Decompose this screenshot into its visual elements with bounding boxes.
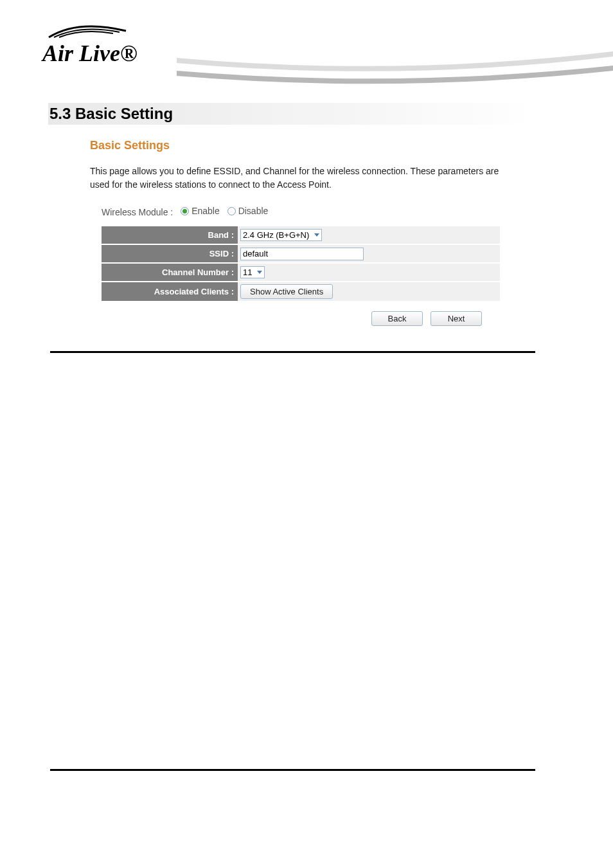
description: This page allows you to define ESSID, an… <box>90 165 501 192</box>
chevron-down-icon <box>314 233 319 237</box>
channel-select[interactable]: 11 <box>240 266 265 278</box>
band-value: 2.4 GHz (B+G+N) <box>243 230 309 240</box>
airlive-logo: Air Live® <box>42 22 177 67</box>
clients-label: Associated Clients : <box>102 282 238 302</box>
ssid-label: SSID : <box>102 244 238 263</box>
subheading: Basic Settings <box>90 139 170 152</box>
channel-label: Channel Number : <box>102 263 238 282</box>
chevron-down-icon <box>257 271 262 274</box>
channel-value: 11 <box>243 267 252 277</box>
section-heading: 5.3 Basic Setting <box>48 105 173 123</box>
disable-label: Disable <box>238 206 269 216</box>
next-button[interactable]: Next <box>431 311 482 326</box>
divider-top <box>50 351 535 353</box>
header-swoosh <box>177 51 613 90</box>
settings-table: Band : 2.4 GHz (B+G+N) SSID : Channel Nu… <box>102 226 500 302</box>
band-label: Band : <box>102 226 238 244</box>
logo-arc-icon <box>42 18 139 41</box>
wireless-module-label: Wireless Module : <box>102 207 173 217</box>
show-active-clients-button[interactable]: Show Active Clients <box>240 284 333 299</box>
wireless-module-row: Wireless Module : Enable Disable <box>102 206 268 217</box>
enable-label: Enable <box>191 206 220 216</box>
disable-radio[interactable] <box>227 207 236 215</box>
divider-bottom <box>50 769 535 771</box>
back-button[interactable]: Back <box>371 311 423 326</box>
ssid-input[interactable] <box>240 248 364 260</box>
enable-radio[interactable] <box>181 207 189 215</box>
section-heading-bar: 5.3 Basic Setting <box>48 103 535 125</box>
band-select[interactable]: 2.4 GHz (B+G+N) <box>240 229 322 241</box>
logo-text: Air Live® <box>42 40 138 67</box>
